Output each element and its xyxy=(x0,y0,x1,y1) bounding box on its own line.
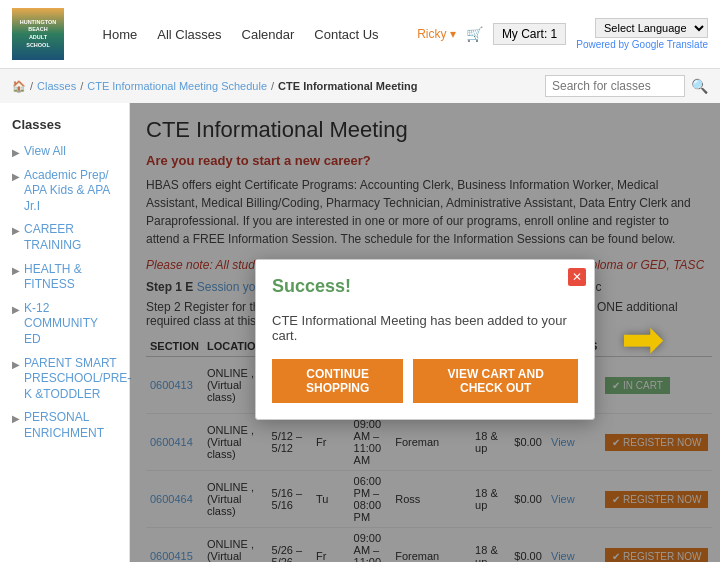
right-arrow-icon: ➡ xyxy=(621,313,665,365)
breadcrumb-schedule[interactable]: CTE Informational Meeting Schedule xyxy=(87,80,267,92)
header-right: Ricky ▾ 🛒 My Cart: 1 Select Language Pow… xyxy=(417,18,708,50)
nav-all-classes[interactable]: All Classes xyxy=(157,27,221,42)
nav-home[interactable]: Home xyxy=(103,27,138,42)
view-cart-checkout-button[interactable]: VIEW CART AND CHECK OUT xyxy=(413,359,578,403)
breadcrumb-classes[interactable]: Classes xyxy=(37,80,76,92)
search-button[interactable]: 🔍 xyxy=(691,78,708,94)
sidebar: Classes ▶ View All ▶ Academic Prep/ APA … xyxy=(0,103,130,562)
modal-actions: CONTINUE SHOPPING VIEW CART AND CHECK OU… xyxy=(256,359,594,419)
sidebar-item-academic[interactable]: ▶ Academic Prep/ APA Kids & APA Jr.I xyxy=(0,164,129,219)
modal-body: CTE Informational Meeting has been added… xyxy=(256,305,594,359)
sidebar-title: Classes xyxy=(0,113,129,140)
modal-overlay: ✕ Success! CTE Informational Meeting has… xyxy=(130,103,720,562)
sidebar-arrow-icon: ▶ xyxy=(12,224,20,237)
arrow-pointer: ➡ xyxy=(621,313,665,365)
modal-title: Success! xyxy=(272,276,351,297)
sidebar-arrow-icon: ▶ xyxy=(12,303,20,316)
sidebar-arrow-icon: ▶ xyxy=(12,170,20,183)
cart-button[interactable]: My Cart: 1 xyxy=(493,23,566,45)
modal-header: Success! xyxy=(256,260,594,305)
search-input[interactable] xyxy=(545,75,685,97)
sidebar-item-health[interactable]: ▶ HEALTH & FITNESS xyxy=(0,258,129,297)
nav-contact-us[interactable]: Contact Us xyxy=(314,27,378,42)
sidebar-item-k12[interactable]: ▶ K-12 COMMUNITY ED xyxy=(0,297,129,352)
modal-wrapper: ✕ Success! CTE Informational Meeting has… xyxy=(255,259,595,420)
sidebar-arrow-icon: ▶ xyxy=(12,358,20,371)
breadcrumb-current: CTE Informational Meeting xyxy=(278,80,417,92)
sidebar-item-career[interactable]: ▶ CAREER TRAINING xyxy=(0,218,129,257)
cart-icon: 🛒 xyxy=(466,26,483,42)
sidebar-arrow-icon: ▶ xyxy=(12,146,20,159)
header: HUNTINGTONBEACHADULTSCHOOL Home All Clas… xyxy=(0,0,720,69)
logo-text: HUNTINGTONBEACHADULTSCHOOL xyxy=(20,19,57,50)
logo: HUNTINGTONBEACHADULTSCHOOL xyxy=(12,8,64,60)
breadcrumb: 🏠 / Classes / CTE Informational Meeting … xyxy=(0,69,720,103)
search-area: 🔍 xyxy=(545,75,708,97)
sidebar-item-parent-smart[interactable]: ▶ PARENT SMART PRESCHOOL/PRE-K &TODDLER xyxy=(0,352,129,407)
content-area: CTE Informational Meeting Are you ready … xyxy=(130,103,720,562)
sidebar-item-view-all[interactable]: ▶ View All xyxy=(0,140,129,164)
nav: Home All Classes Calendar Contact Us xyxy=(103,27,379,42)
sidebar-arrow-icon: ▶ xyxy=(12,264,20,277)
modal-message: CTE Informational Meeting has been added… xyxy=(272,313,578,343)
modal: ✕ Success! CTE Informational Meeting has… xyxy=(255,259,595,420)
main-layout: Classes ▶ View All ▶ Academic Prep/ APA … xyxy=(0,103,720,562)
nav-calendar[interactable]: Calendar xyxy=(242,27,295,42)
sidebar-arrow-icon: ▶ xyxy=(12,412,20,425)
language-select[interactable]: Select Language xyxy=(595,18,708,38)
user-dropdown[interactable]: Ricky ▾ xyxy=(417,27,456,41)
language-selector: Select Language Powered by Google Transl… xyxy=(576,18,708,50)
modal-close-button[interactable]: ✕ xyxy=(568,268,586,286)
continue-shopping-button[interactable]: CONTINUE SHOPPING xyxy=(272,359,403,403)
sidebar-item-personal[interactable]: ▶ PERSONAL ENRICHMENT xyxy=(0,406,129,445)
google-translate: Powered by Google Translate xyxy=(576,39,708,50)
breadcrumb-home-icon[interactable]: 🏠 xyxy=(12,80,26,93)
logo-area: HUNTINGTONBEACHADULTSCHOOL xyxy=(12,8,64,60)
